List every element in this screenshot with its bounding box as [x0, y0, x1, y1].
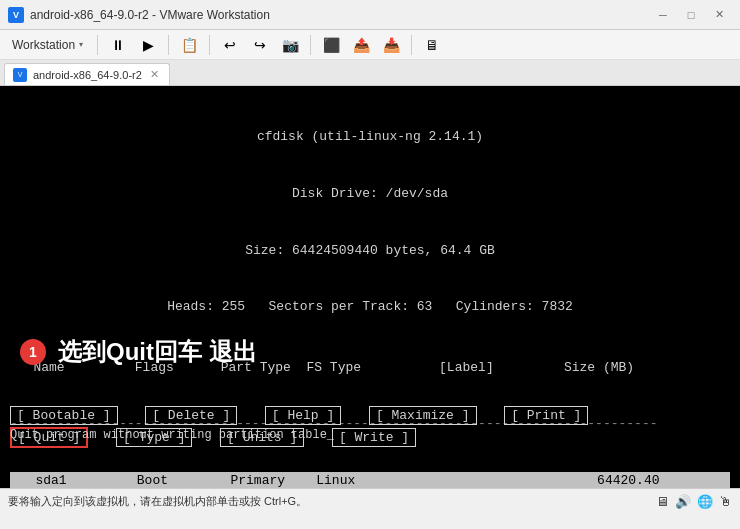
menu-write[interactable]: [ Write ] [332, 428, 416, 447]
menu-help[interactable]: [ Help ] [265, 406, 341, 425]
menu-print[interactable]: [ Print ] [504, 406, 588, 425]
separator-4 [310, 35, 311, 55]
usb-icon: 🖱 [719, 494, 732, 509]
maximize-button[interactable]: □ [678, 5, 704, 25]
separator-3 [209, 35, 210, 55]
annotation-text: 选到Quit回车 退出 [58, 336, 257, 368]
table-row-highlight: sda1 Boot Primary Linux 64420.40 [10, 472, 730, 488]
app-icon: V [8, 7, 24, 23]
window-title: android-x86_64-9.0-r2 - VMware Workstati… [30, 8, 270, 22]
status-bar: 要将输入定向到该虚拟机，请在虚拟机内部单击或按 Ctrl+G。 🖥 🔊 🌐 🖱 [0, 488, 740, 514]
view-button-3[interactable]: 📥 [377, 33, 405, 57]
title-bar: V android-x86_64-9.0-r2 - VMware Worksta… [0, 0, 740, 30]
snapshot-button[interactable]: 📷 [276, 33, 304, 57]
separator-2 [168, 35, 169, 55]
tab-icon: V [13, 68, 27, 82]
dropdown-arrow-icon: ▾ [79, 40, 83, 49]
tab-close-button[interactable]: ✕ [148, 67, 161, 82]
title-bar-left: V android-x86_64-9.0-r2 - VMware Worksta… [8, 7, 270, 23]
window-controls: ─ □ ✕ [650, 5, 732, 25]
menu-bar: Workstation ▾ ⏸ ▶ 📋 ↩ ↪ 📷 ⬛ 📤 📥 🖥 [0, 30, 740, 60]
separator-5 [411, 35, 412, 55]
disk-geometry: Heads: 255 Sectors per Track: 63 Cylinde… [10, 298, 730, 316]
menu-bootable[interactable]: [ Bootable ] [10, 406, 118, 425]
annotation-overlay: 1 选到Quit回车 退出 [20, 336, 257, 368]
snapshot-back-button[interactable]: ↩ [216, 33, 244, 57]
menu-row-1: [ Bootable ] [ Delete ] [ Help ] [ Maxim… [10, 406, 730, 425]
status-line-text: Quit program without writing partition t… [10, 428, 334, 442]
screenshot-button[interactable]: 📋 [175, 33, 203, 57]
status-text: 要将输入定向到该虚拟机，请在虚拟机内部单击或按 Ctrl+G。 [8, 494, 307, 509]
menu-delete[interactable]: [ Delete ] [145, 406, 237, 425]
run-button[interactable]: ▶ [134, 33, 162, 57]
network-icon: 🌐 [697, 494, 713, 509]
cfdisk-title: cfdisk (util-linux-ng 2.14.1) [10, 128, 730, 146]
workstation-menu[interactable]: Workstation ▾ [4, 34, 91, 56]
tab-bar: V android-x86_64-9.0-r2 ✕ [0, 60, 740, 86]
vm-screen[interactable]: cfdisk (util-linux-ng 2.14.1) Disk Drive… [0, 86, 740, 488]
disk-size: Size: 64424509440 bytes, 64.4 GB [10, 242, 730, 260]
separator-1 [97, 35, 98, 55]
vm-tab[interactable]: V android-x86_64-9.0-r2 ✕ [4, 63, 170, 85]
minimize-button[interactable]: ─ [650, 5, 676, 25]
view-button-1[interactable]: ⬛ [317, 33, 345, 57]
pause-button[interactable]: ⏸ [104, 33, 132, 57]
snapshot-fwd-button[interactable]: ↪ [246, 33, 274, 57]
fullscreen-button[interactable]: 🖥 [418, 33, 446, 57]
tab-label: android-x86_64-9.0-r2 [33, 69, 142, 81]
monitor-icon: 🖥 [656, 494, 669, 509]
view-button-2[interactable]: 📤 [347, 33, 375, 57]
audio-icon: 🔊 [675, 494, 691, 509]
disk-drive: Disk Drive: /dev/sda [10, 185, 730, 203]
close-button[interactable]: ✕ [706, 5, 732, 25]
menu-maximize[interactable]: [ Maximize ] [369, 406, 477, 425]
bottom-menu-area: [ Bootable ] [ Delete ] [ Help ] [ Maxim… [0, 406, 740, 450]
step-number: 1 [20, 339, 46, 365]
status-right-icons: 🖥 🔊 🌐 🖱 [656, 494, 732, 509]
